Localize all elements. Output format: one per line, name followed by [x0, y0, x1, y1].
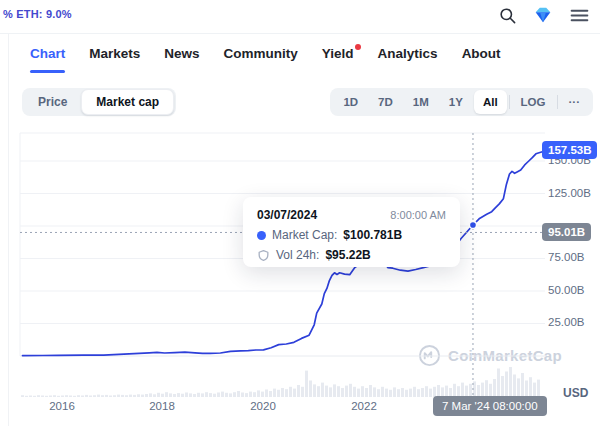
- y-axis-label: 25.00B: [548, 316, 598, 328]
- y-axis-label: 125.00B: [548, 187, 598, 199]
- x-axis-label: 2022: [344, 400, 384, 412]
- x-axis-label: 2018: [142, 400, 182, 412]
- marketcap-dot-icon: [257, 231, 266, 240]
- tooltip-date: 03/07/2024: [257, 208, 317, 222]
- crosshair-value-badge: 95.01B: [542, 223, 591, 241]
- x-axis-label: 2016: [42, 400, 82, 412]
- tooltip-value: $100.781B: [343, 228, 402, 242]
- y-axis-label: 75.00B: [548, 251, 598, 263]
- volume-shield-icon: [257, 249, 270, 262]
- y-axis-label: 50.00B: [548, 284, 598, 296]
- chart-tooltip: 03/07/2024 8:00:00 AM Market Cap: $100.7…: [243, 197, 460, 267]
- tooltip-value: $95.22B: [325, 248, 370, 262]
- crosshair-time-badge: 7 Mar '24 08:00:00: [433, 396, 547, 416]
- coinmarketcap-page: % ETH: 9.0% Chart: [0, 0, 600, 426]
- x-axis-label: 2020: [243, 400, 283, 412]
- currency-unit-label: USD: [563, 386, 588, 400]
- latest-value-badge: 157.53B: [542, 141, 597, 159]
- tooltip-label: Vol 24h:: [276, 248, 319, 262]
- tooltip-label: Market Cap:: [272, 228, 337, 242]
- tooltip-time: 8:00:00 AM: [390, 209, 446, 221]
